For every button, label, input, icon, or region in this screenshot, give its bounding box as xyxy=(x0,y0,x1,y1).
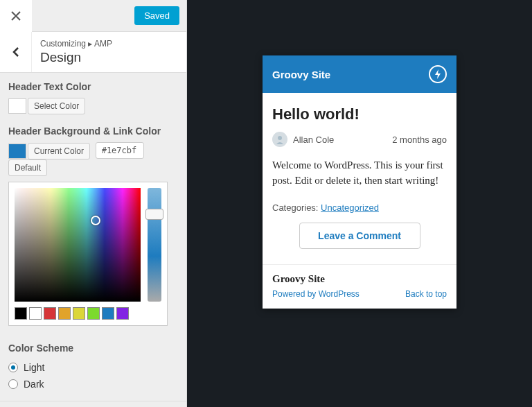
header-text-swatch[interactable] xyxy=(8,98,26,114)
radio-icon xyxy=(8,379,18,389)
post-title: Hello world! xyxy=(272,105,447,123)
categories-row: Categories: Uncategorized xyxy=(272,202,447,213)
customizer-sidebar: Saved Customizing ▸ AMP Design Header Te… xyxy=(0,0,187,407)
breadcrumb-sep: ▸ xyxy=(88,39,92,49)
post-content: Welcome to WordPress. This is your first… xyxy=(272,158,447,189)
palette-cell[interactable] xyxy=(116,307,129,320)
footer-site-title: Groovy Site xyxy=(272,273,447,285)
select-color-button[interactable]: Select Color xyxy=(28,98,85,114)
color-picker xyxy=(8,182,168,326)
color-scheme-label: Color Scheme xyxy=(8,343,178,354)
categories-label: Categories: xyxy=(272,202,321,213)
powered-by-link[interactable]: Powered by WordPress xyxy=(272,289,360,299)
hex-input[interactable] xyxy=(96,142,144,159)
palette-cell[interactable] xyxy=(73,307,85,320)
breadcrumb: Customizing ▸ AMP Design xyxy=(0,32,186,73)
preview-area: Groovy Site Hello world! Allan Cole 2 mo… xyxy=(187,0,532,407)
palette-cell[interactable] xyxy=(58,307,71,320)
amp-preview: Groovy Site Hello world! Allan Cole 2 mo… xyxy=(263,55,456,309)
preview-body: Hello world! Allan Cole 2 months ago Wel… xyxy=(263,93,456,264)
breadcrumb-parent: AMP xyxy=(94,39,112,49)
breadcrumb-root: Customizing xyxy=(40,39,86,49)
close-button[interactable] xyxy=(0,0,32,32)
scheme-option-label: Dark xyxy=(24,379,44,390)
radio-icon xyxy=(8,363,18,372)
avatar-icon xyxy=(272,132,287,147)
saved-button[interactable]: Saved xyxy=(134,6,179,25)
sv-panel[interactable] xyxy=(15,188,141,302)
header-text-color-section: Header Text Color Select Color xyxy=(0,73,186,117)
scheme-option-light[interactable]: Light xyxy=(8,359,178,376)
page-title: Design xyxy=(40,50,178,65)
customizer-topbar: Saved xyxy=(0,0,186,32)
palette-row xyxy=(15,307,141,320)
header-bg-swatch[interactable] xyxy=(8,144,26,159)
amp-bolt-icon xyxy=(429,65,447,83)
color-scheme-section: Color Scheme Light Dark xyxy=(0,334,186,401)
default-color-button[interactable]: Default xyxy=(8,159,47,176)
site-title[interactable]: Groovy Site xyxy=(272,69,330,80)
post-author[interactable]: Allan Cole xyxy=(293,135,334,145)
scheme-option-label: Light xyxy=(24,362,44,373)
sv-cursor[interactable] xyxy=(91,216,100,225)
palette-cell[interactable] xyxy=(15,307,27,320)
post-time: 2 months ago xyxy=(392,135,447,145)
palette-cell[interactable] xyxy=(87,307,100,320)
leave-comment-button[interactable]: Leave a Comment xyxy=(299,223,420,249)
palette-cell[interactable] xyxy=(102,307,114,320)
svg-point-0 xyxy=(278,136,282,140)
palette-cell[interactable] xyxy=(44,307,56,320)
hue-slider[interactable] xyxy=(148,188,161,302)
header-bg-section: Header Background & Link Color Current C… xyxy=(0,117,186,334)
post-byline: Allan Cole 2 months ago xyxy=(272,132,447,147)
preview-footer: Groovy Site Powered by WordPress Back to… xyxy=(263,264,456,309)
hue-handle[interactable] xyxy=(145,209,163,220)
back-to-top-link[interactable]: Back to top xyxy=(405,289,447,299)
scheme-option-dark[interactable]: Dark xyxy=(8,376,178,392)
collapse-button[interactable]: Collapse xyxy=(0,401,186,407)
header-bg-label: Header Background & Link Color xyxy=(8,125,178,137)
current-color-button[interactable]: Current Color xyxy=(28,143,90,159)
palette-cell[interactable] xyxy=(29,307,42,320)
header-text-color-label: Header Text Color xyxy=(8,81,178,92)
preview-header: Groovy Site xyxy=(263,55,456,93)
category-link[interactable]: Uncategorized xyxy=(321,202,379,213)
back-button[interactable] xyxy=(0,32,32,72)
